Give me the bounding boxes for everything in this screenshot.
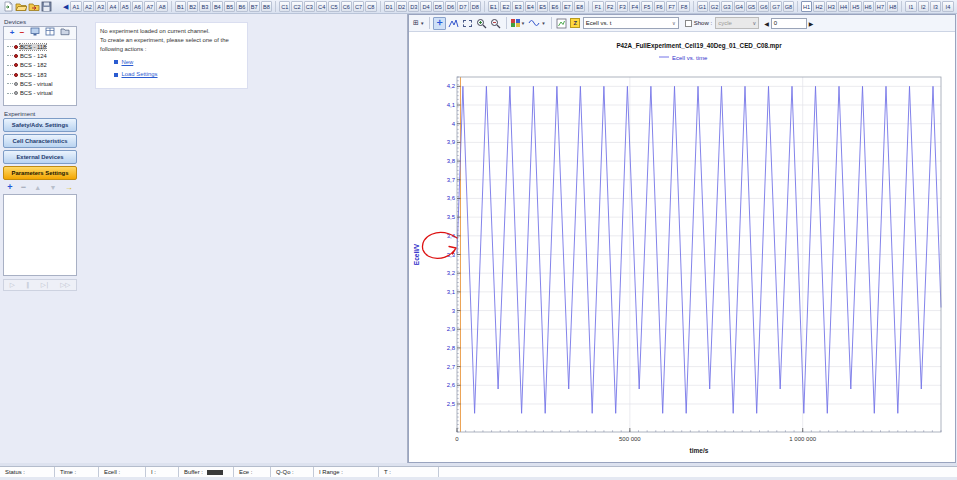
- channel-button-B5[interactable]: B5: [224, 1, 235, 12]
- cycle-selector[interactable]: cycle ∨: [715, 17, 759, 29]
- channel-button-B2[interactable]: B2: [187, 1, 198, 12]
- channel-button-H6[interactable]: H6: [863, 1, 874, 12]
- channel-button-H4[interactable]: H4: [838, 1, 849, 12]
- channel-button-B3[interactable]: B3: [199, 1, 210, 12]
- device-item[interactable]: BCS - 124: [7, 51, 76, 60]
- data-process-icon[interactable]: Z: [569, 17, 582, 30]
- channel-button-G7[interactable]: G7: [770, 1, 781, 12]
- step-next-icon[interactable]: ▷∣: [41, 281, 49, 289]
- device-item[interactable]: BCS - virtual: [7, 88, 76, 97]
- channel-button-G6[interactable]: G6: [758, 1, 769, 12]
- action-link[interactable]: New: [122, 58, 134, 67]
- zoom-out-icon[interactable]: [489, 17, 502, 30]
- channel-button-E5[interactable]: E5: [537, 1, 548, 12]
- channel-button-E7[interactable]: E7: [562, 1, 573, 12]
- channel-button-F4[interactable]: F4: [629, 1, 640, 12]
- channel-button-B7[interactable]: B7: [249, 1, 260, 12]
- experiment-button-cell-characteristics[interactable]: Cell Characteristics: [3, 134, 77, 148]
- fast-forward-icon[interactable]: ▷▷: [60, 281, 70, 289]
- channel-button-I4[interactable]: I4: [942, 1, 953, 12]
- channel-scroll-left-icon[interactable]: ◀: [61, 2, 70, 12]
- channel-button-D8[interactable]: D8: [470, 1, 481, 12]
- open-folder-icon[interactable]: [15, 1, 27, 13]
- channel-button-H2[interactable]: H2: [813, 1, 824, 12]
- cycle-value-input[interactable]: 0: [771, 18, 807, 29]
- device-item[interactable]: BCS - 118: [7, 42, 76, 51]
- new-settings-icon[interactable]: [3, 1, 14, 13]
- channel-button-D5[interactable]: D5: [433, 1, 444, 12]
- channel-button-C4[interactable]: C4: [316, 1, 327, 12]
- pan-tool-icon[interactable]: ✛: [433, 17, 446, 30]
- channel-button-A3[interactable]: A3: [95, 1, 106, 12]
- channel-button-F3[interactable]: F3: [617, 1, 628, 12]
- go-to-icon[interactable]: →: [65, 183, 73, 192]
- device-folder-icon[interactable]: [60, 27, 70, 39]
- channel-button-I2[interactable]: I2: [918, 1, 929, 12]
- channel-button-B6[interactable]: B6: [236, 1, 247, 12]
- move-up-icon[interactable]: ▲: [34, 184, 41, 191]
- channel-button-G4[interactable]: G4: [734, 1, 745, 12]
- channel-button-G5[interactable]: G5: [746, 1, 757, 12]
- channel-button-A4[interactable]: A4: [107, 1, 118, 12]
- channel-button-I1[interactable]: I1: [905, 1, 916, 12]
- plot-type-selector[interactable]: Ecell vs. t ∨: [583, 17, 679, 29]
- channel-button-C7[interactable]: C7: [353, 1, 364, 12]
- chart-area[interactable]: 2,52,62,72,82,933,13,23,33,43,53,63,73,8…: [409, 32, 955, 462]
- experiment-button-external-devices[interactable]: External Devices: [3, 150, 77, 164]
- channel-button-G1[interactable]: G1: [697, 1, 708, 12]
- channel-button-D3[interactable]: D3: [408, 1, 419, 12]
- show-checkbox[interactable]: [685, 20, 692, 27]
- channel-button-H8[interactable]: H8: [887, 1, 898, 12]
- channel-button-F7[interactable]: F7: [666, 1, 677, 12]
- channel-button-E3[interactable]: E3: [512, 1, 523, 12]
- action-link[interactable]: Load Settings: [122, 70, 158, 79]
- channel-button-G8[interactable]: G8: [783, 1, 794, 12]
- channel-button-F1[interactable]: F1: [592, 1, 603, 12]
- channel-button-E4[interactable]: E4: [525, 1, 536, 12]
- channel-button-G3[interactable]: G3: [721, 1, 732, 12]
- channel-button-C6[interactable]: C6: [341, 1, 352, 12]
- channel-button-C8[interactable]: C8: [365, 1, 376, 12]
- channel-button-D6[interactable]: D6: [445, 1, 456, 12]
- device-item[interactable]: BCS - 182: [7, 61, 76, 70]
- channel-button-C5[interactable]: C5: [328, 1, 339, 12]
- channel-button-G2[interactable]: G2: [709, 1, 720, 12]
- channel-button-B1[interactable]: B1: [175, 1, 186, 12]
- channel-button-E6[interactable]: E6: [549, 1, 560, 12]
- channel-button-E8[interactable]: E8: [574, 1, 585, 12]
- channel-button-A5[interactable]: A5: [120, 1, 131, 12]
- curve-options-icon[interactable]: ▼: [527, 17, 546, 30]
- channel-button-E2[interactable]: E2: [500, 1, 511, 12]
- remove-step-icon[interactable]: −: [21, 182, 26, 192]
- graph-layout-icon[interactable]: ⊞▼: [412, 17, 425, 30]
- trace-pick-icon[interactable]: [447, 17, 460, 30]
- channel-button-A2[interactable]: A2: [83, 1, 94, 12]
- channel-button-D7[interactable]: D7: [457, 1, 468, 12]
- experiment-step-list[interactable]: [3, 194, 77, 276]
- device-table-icon[interactable]: [45, 27, 55, 39]
- device-item[interactable]: BCS - virtual: [7, 79, 76, 88]
- cycle-prev-icon[interactable]: ◀: [762, 20, 771, 27]
- zoom-box-icon[interactable]: [461, 17, 474, 30]
- pause-icon[interactable]: ∥: [26, 281, 29, 289]
- channel-button-C2[interactable]: C2: [291, 1, 302, 12]
- channel-button-A6[interactable]: A6: [132, 1, 143, 12]
- channel-button-D2[interactable]: D2: [396, 1, 407, 12]
- play-icon[interactable]: ▷: [10, 281, 15, 289]
- zoom-in-icon[interactable]: [475, 17, 488, 30]
- channel-button-A1[interactable]: A1: [70, 1, 81, 12]
- graph-properties-icon[interactable]: [555, 17, 568, 30]
- channel-button-F2[interactable]: F2: [605, 1, 616, 12]
- channel-button-D1[interactable]: D1: [384, 1, 395, 12]
- channel-button-F6[interactable]: F6: [654, 1, 665, 12]
- cycle-next-icon[interactable]: ▶: [807, 20, 816, 27]
- device-item[interactable]: BCS - 183: [7, 70, 76, 79]
- channel-button-H1[interactable]: H1: [801, 1, 812, 12]
- channel-button-H7[interactable]: H7: [875, 1, 886, 12]
- add-device-icon[interactable]: +: [10, 28, 15, 38]
- channel-button-A8[interactable]: A8: [156, 1, 167, 12]
- channel-button-H5[interactable]: H5: [850, 1, 861, 12]
- channel-button-H3[interactable]: H3: [826, 1, 837, 12]
- channel-button-B8[interactable]: B8: [261, 1, 272, 12]
- channel-button-D4[interactable]: D4: [420, 1, 431, 12]
